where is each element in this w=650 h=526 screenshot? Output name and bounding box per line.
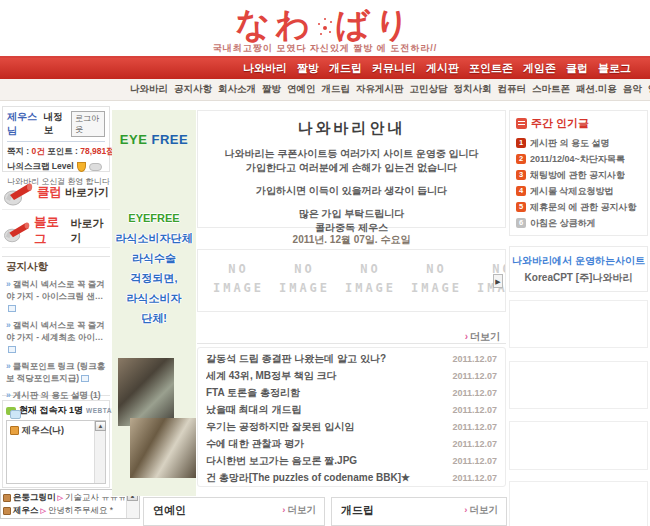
nav-jjalbang[interactable]: 짤방 <box>297 61 319 76</box>
page-title: 나와바리안내 <box>198 119 505 138</box>
intro-panel: 나와바리안내 나와바리는 쿠폰사이트등 여러가지 사이트 운영중 입니다 가입한… <box>197 110 506 228</box>
no-image-placeholder[interactable]: NOIMAGE <box>408 260 465 311</box>
section-title: 연예인 <box>153 503 186 518</box>
post-row[interactable]: 건 총망라[The puzzles of codename BBK]★2011.… <box>206 469 497 486</box>
section-celebrity: 연예인 ›더보기 <box>143 497 325 526</box>
post-row[interactable]: 수에 대한 관찰과 평가2011.12.07 <box>206 435 497 452</box>
image-carousel: NOIMAGE NOIMAGE NOIMAGE NOIMAGE NOIMAGE … <box>197 249 506 312</box>
posts-more-row: ›더보기 <box>197 320 506 344</box>
comment-icon <box>81 375 89 382</box>
date-display: 2011년. 12월 07일. 수요일 <box>197 233 506 247</box>
nav-gamezone[interactable]: 게임존 <box>523 61 556 76</box>
point-label: 포인트 : <box>47 146 78 156</box>
subnav-item[interactable]: 회사소개 <box>218 83 256 96</box>
subnav-item[interactable]: 정치사회 <box>454 83 492 96</box>
logo-text-right: ばり <box>335 5 415 43</box>
empty-box <box>509 481 648 526</box>
subnav-item[interactable]: 패션.미용 <box>576 83 617 96</box>
carousel-next-icon[interactable]: ▶ <box>493 274 503 288</box>
weekly-popular-title: 주간 인기글 <box>531 116 589 131</box>
logo-text-left: なわ <box>235 5 315 43</box>
logout-button[interactable]: 로그아웃 <box>71 111 105 137</box>
notice-item[interactable]: »클릭포인트 링크 (링크홍보 적당포인트지급) <box>6 360 106 384</box>
weekly-item[interactable]: 1게시판 의 용도 설명 <box>516 135 641 151</box>
subnav-item[interactable]: 개드립 <box>322 83 351 96</box>
subnav-item[interactable]: 연예인 <box>287 83 316 96</box>
blog-shortcut-button[interactable]: 블로그 바로가기 <box>2 214 110 248</box>
post-list: 갈동석 드립 종결판 나왔는데 알고 있나?2011.12.07 세계 43위,… <box>197 347 506 487</box>
megaphone-icon <box>4 180 34 206</box>
more-arrow-icon: › <box>465 331 468 342</box>
no-image-placeholder[interactable]: NOIMAGE <box>342 260 399 311</box>
shortcut-suffix: 바로가기 <box>71 216 110 246</box>
nav-club[interactable]: 클럽 <box>566 61 588 76</box>
visitors-panel: 현재 접속자 1명 WEBTALK 제우스(나) ▲ <box>2 400 110 488</box>
weekly-item[interactable]: 22011/12/04~차단자목록 <box>516 151 641 167</box>
nav-community[interactable]: 커뮤니티 <box>372 61 416 76</box>
section-title: 개드립 <box>341 503 374 518</box>
intro-text: 나와바리는 쿠폰사이트등 여러가지 사이트 운영중 입니다 <box>198 147 505 161</box>
nav-gaedrip[interactable]: 개드립 <box>329 61 362 76</box>
operated-sites-name: KoreaCPT [주]나와바리 <box>510 271 647 285</box>
scroll-up-icon[interactable]: ▲ <box>95 421 106 431</box>
memo-count: 0건 <box>32 146 45 156</box>
subnav-item[interactable]: 나와바리 <box>130 83 168 96</box>
page: なわばり 국내최고짱이 모였다 자신있게 짤방 에 도전하라// 나와바리 짤방… <box>0 0 650 526</box>
subnav-item[interactable]: 자유게시판 <box>356 83 404 96</box>
nav-nawabari[interactable]: 나와바리 <box>243 61 287 76</box>
nav-board[interactable]: 게시판 <box>426 61 459 76</box>
rank-badge: 2 <box>516 154 526 164</box>
weekly-item[interactable]: 3채팅방에 관한 공지사항 <box>516 167 641 183</box>
logo-dots <box>315 14 335 40</box>
no-image-placeholder[interactable]: NOIMAGE <box>276 260 333 311</box>
subnav-item[interactable]: 스마트폰 <box>532 83 570 96</box>
post-row[interactable]: 우기는 공정하지만 잘못된 입시임2011.12.07 <box>206 418 497 435</box>
rank-badge: 3 <box>516 170 526 180</box>
post-row[interactable]: 세계 43위, MB정부 책임 크다2011.12.07 <box>206 367 497 384</box>
intro-text: 가입하시면 이득이 있을꺼라 생각이 듭니다 <box>198 184 505 198</box>
notice-item[interactable]: »갤럭시 넥서스로 꼭 즐겨야 가지 - 세계최초 아이… <box>6 319 106 355</box>
user-panel: 제우스님 내정보 로그아웃 쪽지 : 0건 포인트 : 78,981점 나의스크… <box>2 106 110 172</box>
visitors-title: 현재 접속자 1명 <box>19 404 83 417</box>
eyefree-logo: EYE FREE <box>112 132 196 147</box>
username[interactable]: 제우스님 <box>7 110 40 138</box>
subnav-item[interactable]: 짤방 <box>262 83 281 96</box>
subnav-item[interactable]: 고민상담 <box>410 83 448 96</box>
notice-item[interactable]: »갤럭시 넥서스로 꼭 즐겨야 가지 - 아이스크림 샌… <box>6 278 106 314</box>
club-shortcut-button[interactable]: 클럽 바로가기 <box>2 176 110 210</box>
eyefree-ad-banner[interactable]: EYE FREE EYEFREE 라식소비자단체 라식수술 걱정되면, 라식소비… <box>112 110 196 496</box>
sub-nav: 나와바리 공지사항 회사소개 짤방 연예인 개드립 자유게시판 고민상담 정치사… <box>0 79 650 101</box>
weekly-item[interactable]: 4게시물 삭제요청방법 <box>516 183 641 199</box>
weekly-item[interactable]: 5제휴문의 에 관한 공지사항 <box>516 199 641 215</box>
nav-blog[interactable]: 블로그 <box>598 61 631 76</box>
nav-pointzone[interactable]: 포인트존 <box>469 61 513 76</box>
level-shield-icon <box>77 162 86 172</box>
arrow-bullet-icon: » <box>6 361 11 371</box>
avatar-icon <box>10 426 19 435</box>
subnav-item[interactable]: 음악 <box>623 83 642 96</box>
blog-shortcut-label: 블로그 <box>34 214 68 248</box>
more-link[interactable]: ›더보기 <box>465 331 500 342</box>
post-row[interactable]: FTA 토론을 총정리함2011.12.07 <box>206 384 497 401</box>
subnav-item[interactable]: 공지사항 <box>174 83 212 96</box>
operated-sites-title: 나와바리에서 운영하는사이트 <box>510 254 647 268</box>
main-nav: 나와바리 짤방 개드립 커뮤니티 게시판 포인트존 게임존 클럽 블로그 <box>0 58 650 79</box>
rank-badge: 5 <box>516 202 526 212</box>
more-link[interactable]: ›더보기 <box>282 504 316 517</box>
subnav-item[interactable]: 컴퓨터 <box>498 83 527 96</box>
chat-arrow-icon: ▷ <box>58 491 63 504</box>
operated-sites-panel[interactable]: 나와바리에서 운영하는사이트 KoreaCPT [주]나와바리 <box>509 246 648 292</box>
post-row[interactable]: 다시한번 보고가는 음모론 짤.JPG2011.12.07 <box>206 452 497 469</box>
chat-arrow-icon: ▷ <box>41 504 46 517</box>
ad-copy: EYEFREE 라식소비자단체 라식수술 걱정되면, 라식소비자 단체! <box>112 208 196 328</box>
megaphone-icon <box>4 218 31 244</box>
visitor-list-item[interactable]: 제우스(나) <box>7 421 105 440</box>
post-row[interactable]: 갈동석 드립 종결판 나왔는데 알고 있나?2011.12.07 <box>206 350 497 367</box>
visitor-list-scrollbar[interactable]: ▲ <box>94 421 105 483</box>
ad-photo <box>130 418 196 478</box>
my-info-link[interactable]: 내정보 <box>44 111 67 137</box>
no-image-placeholder[interactable]: NOIMAGE <box>210 260 267 311</box>
post-row[interactable]: 났을때 최대의 개드립2011.12.07 <box>206 401 497 418</box>
more-link[interactable]: ›더보기 <box>464 504 498 517</box>
weekly-item[interactable]: 6아침은 상큼하게 <box>516 215 641 231</box>
